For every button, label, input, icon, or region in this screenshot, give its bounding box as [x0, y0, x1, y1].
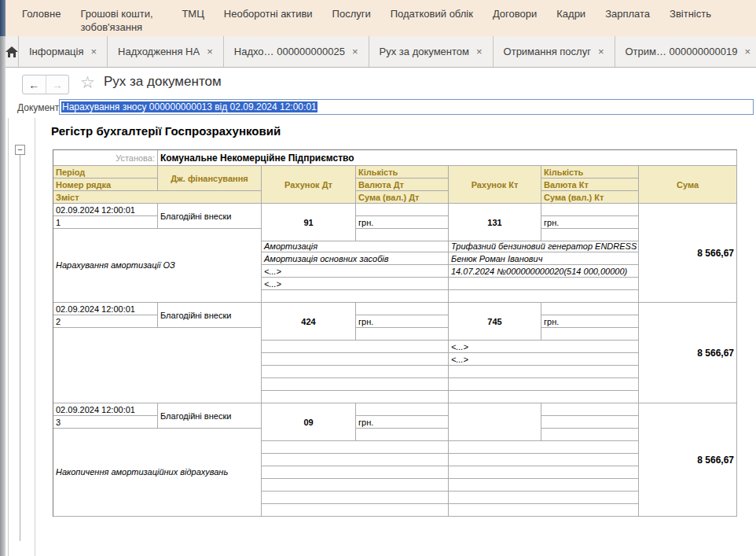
header-account-kt: Рахунок Кт — [449, 166, 541, 204]
header-period: Період — [53, 166, 158, 179]
cell-qty-kt — [541, 204, 639, 216]
cell-qty-dt — [356, 403, 449, 416]
cell-line-no: 2 — [53, 315, 158, 328]
close-icon[interactable]: × — [598, 46, 604, 57]
cell-account-kt — [449, 403, 541, 441]
forward-button[interactable]: → — [46, 75, 69, 94]
cell-dt-analytics: Амортизація — [262, 241, 449, 252]
cell-dt-analytics — [262, 454, 449, 466]
header-currency-kt: Валюта Кт — [541, 179, 639, 191]
menu-item-podatkovyi-oblik[interactable]: Податковий облік — [391, 7, 473, 20]
cell-kt-analytics: <...> — [449, 341, 639, 353]
cell-kt-analytics — [449, 479, 639, 492]
home-icon — [6, 46, 18, 57]
cell-account-dt: 09 — [262, 403, 356, 441]
cell-kt-analytics — [449, 378, 639, 391]
tab-nadhodzhennya-na[interactable]: Надходження НА × — [108, 36, 224, 67]
cell-content: Нарахування амортизації ОЗ — [53, 229, 262, 303]
cell-dt-analytics: <...> — [262, 278, 449, 290]
header-sum-val-kt: Сума (вал.) Кт — [541, 191, 639, 204]
cell-kt-analytics — [449, 366, 639, 378]
close-icon[interactable]: × — [744, 46, 750, 57]
tab-label: Надходження НА — [118, 46, 200, 57]
cell-period: 02.09.2024 12:00:01 — [53, 204, 158, 216]
cell-kt-analytics — [449, 278, 639, 290]
close-icon[interactable]: × — [91, 46, 97, 57]
cell-account-dt: 91 — [262, 204, 356, 241]
cell-dt-analytics — [262, 441, 449, 454]
cell-kt-analytics — [449, 441, 639, 454]
cell-qty-kt — [541, 403, 639, 416]
tab-label: Надхо… 000000000025 — [234, 46, 345, 57]
header-sum-val-dt: Сума (вал.) Дт — [356, 191, 449, 204]
collapse-group-button[interactable]: − — [15, 145, 25, 155]
cell-dt-analytics: <...> — [262, 265, 449, 278]
header-line-no: Номер рядка — [53, 179, 158, 191]
cell-kt-analytics: Бенюк Роман Іванович — [449, 252, 639, 265]
cell-dt-analytics — [262, 492, 449, 504]
document-input[interactable]: Нарахування зносу 000000000013 від 02.09… — [59, 99, 754, 115]
tab-label: Отрим… 000000000019 — [626, 46, 738, 57]
report-title: Регістр бухгалтерії Госпрозрахунковий — [51, 124, 281, 138]
cell-currency-kt: грн. — [541, 315, 639, 328]
home-tab[interactable] — [6, 36, 19, 67]
cell-fin-source: Благодійні внески — [158, 403, 262, 429]
tab-bar: Інформація × Надходження НА × Надхо… 000… — [6, 36, 756, 68]
cell-dt-analytics: Амортизація основних засобів — [262, 252, 449, 265]
back-button[interactable]: ← — [23, 75, 46, 94]
window-edge-top — [0, 0, 6, 36]
cell-sum-val-kt — [541, 429, 639, 441]
page-title: Рух за документом — [104, 74, 222, 90]
favorite-star-icon[interactable]: ☆ — [80, 73, 95, 92]
header-currency-dt: Валюта Дт — [356, 179, 449, 191]
cell-line-no: 1 — [53, 216, 158, 229]
tab-informatsiya[interactable]: Інформація × — [19, 36, 108, 67]
menu-item-dogovory[interactable]: Договори — [493, 7, 537, 20]
header-sum: Сума — [639, 166, 737, 204]
close-icon[interactable]: × — [207, 46, 213, 57]
cell-sum-val-dt — [356, 429, 449, 441]
cell-currency-dt: грн. — [356, 216, 449, 229]
history-nav-group: ← → — [22, 75, 69, 94]
menu-item-golovne[interactable]: Головне — [22, 7, 61, 20]
cell-currency-dt: грн. — [356, 315, 449, 328]
tab-otrym-000000000019[interactable]: Отрим… 000000000019 × — [615, 36, 756, 67]
cell-fin-source: Благодійні внески — [158, 204, 262, 229]
cell-dt-analytics — [262, 290, 449, 303]
cell-account-kt: 745 — [449, 303, 541, 341]
tab-nadho-000000000025[interactable]: Надхо… 000000000025 × — [224, 36, 369, 67]
form-toolbar: ← → ☆ Рух за документом — [6, 68, 756, 98]
cell-currency-kt — [541, 416, 639, 429]
cell-kt-analytics: Трифазний бензиновий генератор ENDRESS E… — [449, 241, 639, 252]
pane-border-line — [8, 118, 9, 556]
cell-currency-dt: грн. — [356, 416, 449, 429]
cell-kt-analytics — [449, 391, 639, 403]
header-account-dt: Рахунок Дт — [262, 166, 356, 204]
cell-sum-val-dt — [356, 328, 449, 341]
cell-kt-analytics: 14.07.2024 №000000000020(514 000,00000) — [449, 265, 639, 278]
cell-dt-analytics — [262, 353, 449, 366]
selected-text: Нарахування зносу 000000000013 від 02.09… — [61, 101, 317, 112]
menu-item-zvitnist[interactable]: Звітність — [670, 7, 711, 20]
document-label: Документ: — [17, 102, 62, 113]
cell-line-no: 3 — [53, 416, 158, 429]
window-edge — [0, 36, 6, 556]
close-icon[interactable]: × — [352, 46, 358, 57]
tab-rukh-za-dokumentom[interactable]: Рух за документом × — [369, 36, 494, 67]
report-area: − Регістр бухгалтерії Госпрозрахунковий … — [6, 118, 756, 556]
cell-qty-dt — [356, 204, 449, 216]
menu-item-zarplata[interactable]: Зарплата — [605, 7, 650, 20]
close-icon[interactable]: × — [476, 46, 483, 57]
cell-period: 02.09.2024 12:00:01 — [53, 303, 158, 315]
cell-period: 02.09.2024 12:00:01 — [53, 403, 158, 416]
tab-otrymannya-poslug[interactable]: Отримання послуг × — [494, 36, 615, 67]
cell-kt-analytics — [449, 492, 639, 504]
menu-item-tmts[interactable]: ТМЦ — [182, 7, 204, 20]
menu-item-neoborotni-aktyvy[interactable]: Необоротні активи — [224, 7, 313, 20]
header-fin-source: Дж. фінансування — [158, 166, 262, 191]
tab-label: Інформація — [29, 46, 84, 57]
menu-item-kadry[interactable]: Кадри — [556, 7, 585, 20]
menu-item-poslugy[interactable]: Послуги — [332, 7, 371, 20]
cell-kt-analytics — [449, 466, 639, 479]
menu-item-groshovi-koshty[interactable]: Грошові кошти, зобов'язання — [80, 7, 162, 34]
